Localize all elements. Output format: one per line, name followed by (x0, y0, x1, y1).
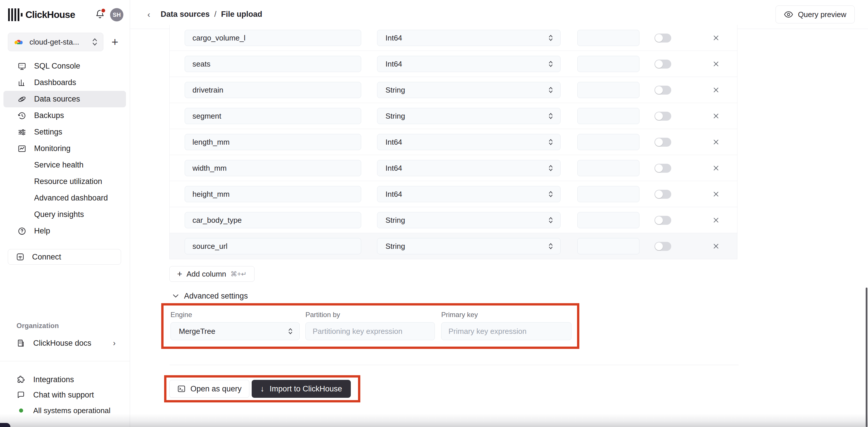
nullable-toggle[interactable] (654, 216, 671, 225)
remove-column-icon[interactable] (710, 240, 722, 253)
column-name-input[interactable] (185, 108, 361, 124)
sidebar-item-help[interactable]: Help (3, 223, 126, 239)
column-default-input[interactable] (577, 238, 640, 254)
column-type-value: Int64 (385, 60, 548, 68)
partition-field: Partition by (305, 311, 435, 347)
column-name-input[interactable] (185, 238, 361, 254)
column-type-value: Int64 (385, 33, 548, 42)
sidebar-item-data-sources[interactable]: Data sources (3, 91, 126, 107)
sidebar-item-resource-utilization[interactable]: Resource utilization (3, 173, 126, 190)
sidebar-divider (0, 361, 130, 361)
sidebar-item-service-health[interactable]: Service health (3, 157, 126, 173)
column-name-input[interactable] (185, 82, 361, 98)
column-name-input[interactable] (185, 56, 361, 72)
column-name-input[interactable] (185, 134, 361, 150)
sidebar-item-backups[interactable]: Backups (3, 107, 126, 124)
column-type-select[interactable]: Int64 (377, 186, 561, 202)
nullable-toggle[interactable] (654, 138, 671, 147)
notifications-bell-icon[interactable] (95, 9, 105, 21)
query-preview-label: Query preview (798, 10, 846, 19)
engine-select[interactable]: MergeTree (170, 322, 300, 340)
remove-column-icon[interactable] (710, 214, 722, 227)
partition-by-input[interactable] (305, 322, 435, 340)
column-type-select[interactable]: String (377, 108, 561, 124)
column-type-select[interactable]: String (377, 212, 561, 228)
column-type-select[interactable]: String (377, 238, 561, 254)
sql-console-icon (17, 62, 27, 70)
sidebar-item-sql-console[interactable]: SQL Console (3, 58, 126, 74)
column-type-select[interactable]: Int64 (377, 56, 561, 72)
system-status-row[interactable]: All systems operational (3, 402, 126, 419)
column-default-input[interactable] (577, 82, 640, 98)
column-row: String (169, 233, 737, 259)
avatar[interactable]: SH (110, 8, 123, 21)
column-row: Int64 (169, 51, 737, 77)
column-type-select[interactable]: Int64 (377, 160, 561, 176)
chat-support-label: Chat with support (33, 391, 94, 400)
column-name-input[interactable] (185, 186, 361, 202)
select-chevron-updown-icon (288, 328, 293, 335)
column-default-input[interactable] (577, 212, 640, 228)
column-default-input[interactable] (577, 160, 640, 176)
nullable-toggle[interactable] (654, 190, 671, 199)
sidebar-item-settings[interactable]: Settings (3, 124, 126, 140)
nullable-toggle[interactable] (654, 242, 671, 251)
backups-icon (17, 111, 27, 120)
service-selector[interactable]: cloud-get-sta... (8, 33, 103, 51)
import-to-clickhouse-button[interactable]: ↓ Import to ClickHouse (252, 380, 351, 398)
remove-column-icon[interactable] (710, 84, 722, 96)
connect-button[interactable]: Connect (8, 249, 121, 265)
brand-row: ClickHouse SH (8, 6, 123, 23)
column-row: Int64 (169, 25, 737, 51)
column-name-input[interactable] (185, 160, 361, 176)
sidebar-item-label: Monitoring (34, 144, 70, 153)
remove-column-icon[interactable] (710, 162, 722, 174)
sidebar-item-advanced-dashboard[interactable]: Advanced dashboard (3, 190, 126, 206)
advanced-settings-toggle[interactable]: Advanced settings (173, 289, 868, 303)
sidebar-item-chat-support[interactable]: Chat with support (3, 387, 126, 403)
remove-column-icon[interactable] (710, 136, 722, 148)
select-chevron-updown-icon (548, 34, 553, 42)
page-header: ‹ Data sources / File upload Query previ… (130, 0, 868, 29)
chevron-right-icon: › (113, 339, 116, 348)
column-default-input[interactable] (577, 108, 640, 124)
back-chevron-icon[interactable]: ‹ (147, 9, 150, 19)
column-type-select[interactable]: Int64 (377, 134, 561, 150)
download-arrow-icon: ↓ (260, 384, 265, 394)
column-default-input[interactable] (577, 30, 640, 46)
column-type-value: Int64 (385, 138, 548, 147)
sidebar-item-monitoring[interactable]: Monitoring (3, 140, 126, 157)
nullable-toggle[interactable] (654, 86, 671, 94)
nullable-toggle[interactable] (654, 164, 671, 173)
column-type-select[interactable]: Int64 (377, 30, 561, 46)
column-default-input[interactable] (577, 56, 640, 72)
nullable-toggle[interactable] (654, 33, 671, 42)
remove-column-icon[interactable] (710, 110, 722, 122)
column-default-input[interactable] (577, 186, 640, 202)
column-default-input[interactable] (577, 134, 640, 150)
sidebar-item-integrations[interactable]: Integrations (3, 371, 126, 388)
open-as-query-button[interactable]: Open as query (169, 380, 249, 398)
add-column-button[interactable]: + Add column ⌘+↵ (169, 266, 254, 282)
breadcrumb-data-sources[interactable]: Data sources (161, 10, 210, 19)
eye-icon (784, 11, 793, 18)
clickhouse-logo-icon (8, 7, 23, 22)
sidebar-item-clickhouse-docs[interactable]: ClickHouse docs › (3, 335, 126, 351)
column-name-input[interactable] (185, 30, 361, 46)
columns-table-body: Int64 Int64 (169, 25, 737, 259)
column-name-input[interactable] (185, 212, 361, 228)
select-chevron-updown-icon (548, 112, 553, 120)
sidebar-item-dashboards[interactable]: Dashboards (3, 74, 126, 91)
add-service-button[interactable]: + (112, 36, 118, 48)
remove-column-icon[interactable] (710, 58, 722, 70)
query-preview-button[interactable]: Query preview (776, 5, 855, 23)
remove-column-icon[interactable] (710, 31, 722, 44)
remove-column-icon[interactable] (710, 188, 722, 200)
nullable-toggle[interactable] (654, 112, 671, 121)
vertical-scrollbar[interactable] (866, 288, 867, 427)
nullable-toggle[interactable] (654, 60, 671, 68)
monitoring-icon (17, 144, 27, 153)
column-type-select[interactable]: String (377, 82, 561, 98)
primary-key-input[interactable] (441, 322, 571, 340)
sidebar-item-query-insights[interactable]: Query insights (3, 206, 126, 223)
